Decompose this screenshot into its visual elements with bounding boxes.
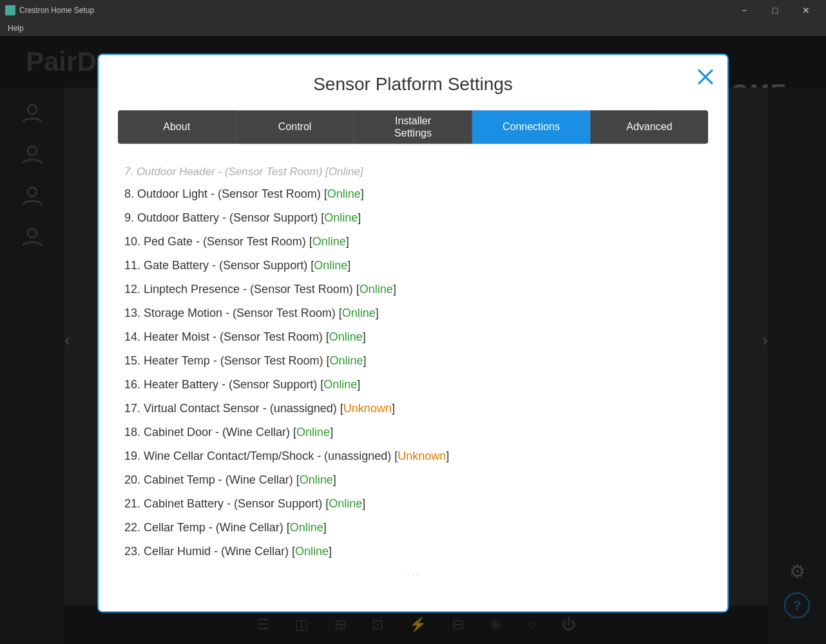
list-item: 11. Gate Battery - (Sensor Support) [Onl… — [124, 254, 702, 278]
list-item: 21. Cabinet Battery - (Sensor Support) [… — [124, 492, 702, 516]
menu-bar: Help — [0, 21, 826, 36]
status-unknown: Unknown — [398, 450, 446, 462]
tabs-row: About Control InstallerSettings Connecti… — [118, 110, 708, 144]
status-online: Online — [296, 426, 330, 439]
list-item: 16. Heater Battery - (Sensor Support) [O… — [124, 373, 702, 397]
status-online: Online — [327, 187, 361, 200]
tab-advanced[interactable]: Advanced — [591, 110, 708, 144]
maximize-button[interactable]: □ — [760, 0, 790, 21]
truncated-top-item: 7. Outdoor Header - (Sensor Test Room) [… — [124, 163, 702, 182]
list-item: 18. Cabinet Door - (Wine Cellar) [Online… — [124, 421, 702, 444]
list-item: 15. Heater Temp - (Sensor Test Room) [On… — [124, 349, 702, 373]
tab-control[interactable]: Control — [236, 110, 354, 144]
title-bar: Crestron Home Setup − □ ✕ — [0, 0, 826, 21]
help-menu[interactable]: Help — [3, 24, 29, 33]
list-item: 13. Storage Motion - (Sensor Test Room) … — [124, 301, 702, 325]
sensor-platform-dialog: Sensor Platform Settings About Control I… — [97, 53, 729, 612]
title-bar-left: Crestron Home Setup — [5, 5, 94, 15]
list-item: 23. Cellar Humid - (Wine Cellar) [Online… — [124, 540, 702, 564]
status-online: Online — [323, 378, 357, 391]
list-item: 14. Heater Moist - (Sensor Test Room) [O… — [124, 325, 702, 349]
status-online: Online — [360, 283, 393, 296]
minimize-button[interactable]: − — [729, 0, 759, 21]
list-item: 9. Outdoor Battery - (Sensor Support) [O… — [124, 206, 702, 230]
list-item: 19. Wine Cellar Contact/Temp/Shock - (un… — [124, 444, 702, 468]
list-item: 8. Outdoor Light - (Sensor Test Room) [O… — [124, 182, 702, 206]
window-controls: − □ ✕ — [729, 0, 821, 21]
app-title: Crestron Home Setup — [19, 6, 94, 15]
status-online: Online — [329, 497, 362, 510]
status-online: Online — [295, 545, 329, 558]
scroll-indicator-bottom: · · · — [124, 569, 702, 579]
status-online: Online — [290, 521, 323, 534]
status-online: Online — [324, 211, 358, 224]
status-online: Online — [329, 354, 363, 367]
sensor-list: 8. Outdoor Light - (Sensor Test Room) [O… — [124, 182, 702, 564]
dialog-close-button[interactable] — [694, 65, 717, 88]
connections-content[interactable]: 7. Outdoor Header - (Sensor Test Room) [… — [118, 156, 708, 585]
dialog-title: Sensor Platform Settings — [118, 74, 708, 95]
status-online: Online — [312, 235, 346, 248]
status-online: Online — [329, 330, 363, 343]
status-unknown: Unknown — [343, 402, 392, 415]
list-item: 22. Cellar Temp - (Wine Cellar) [Online] — [124, 516, 702, 540]
list-item: 20. Cabinet Temp - (Wine Cellar) [Online… — [124, 468, 702, 492]
status-online: Online — [300, 473, 333, 486]
status-online: Online — [314, 259, 347, 272]
tab-connections[interactable]: Connections — [472, 110, 590, 144]
tab-installer-settings[interactable]: InstallerSettings — [354, 110, 472, 144]
app-window: Crestron Home Setup − □ ✕ Help PairD CRE… — [0, 0, 826, 644]
list-item: 10. Ped Gate - (Sensor Test Room) [Onlin… — [124, 230, 702, 254]
list-item: 12. Linptech Presence - (Sensor Test Roo… — [124, 278, 702, 301]
close-window-button[interactable]: ✕ — [791, 0, 821, 21]
app-icon — [5, 5, 15, 15]
tab-about[interactable]: About — [118, 110, 236, 144]
list-item: 17. Virtual Contact Sensor - (unassigned… — [124, 397, 702, 421]
status-online: Online — [342, 307, 376, 319]
